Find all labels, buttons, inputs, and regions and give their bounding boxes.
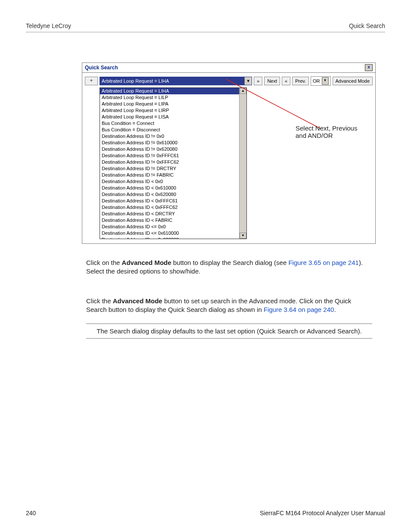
criteria-combobox[interactable]: Arbitrated Loop Request = LIHA ▼: [100, 77, 252, 85]
next-glyph-button[interactable]: »: [254, 77, 262, 85]
annotation-text: Select Next, Previous and AND/OR: [296, 124, 357, 139]
logic-operator-dropdown-icon[interactable]: ▼: [322, 77, 329, 85]
criteria-list-item[interactable]: Destination Address ID != FABRIC: [100, 172, 246, 178]
logic-operator-select[interactable]: OR ▼: [311, 76, 331, 86]
criteria-list-item[interactable]: Destination Address ID <= 0x610000: [100, 230, 246, 236]
criteria-list-item[interactable]: Destination Address ID < 0xFFFC61: [100, 198, 246, 204]
quick-search-toolbar: + Arbitrated Loop Request = LIHA ▼ » Nex…: [82, 73, 375, 87]
note-text: The Search dialog display defaults to th…: [97, 327, 361, 335]
advanced-mode-button[interactable]: Advanced Mode: [333, 77, 373, 85]
manual-title: SierraFC M164 Protocol Analyzer User Man…: [260, 510, 385, 516]
close-icon[interactable]: x: [365, 64, 373, 71]
criteria-list-item[interactable]: Destination Address ID != 0xFFFC62: [100, 159, 246, 165]
logic-operator-label: OR: [313, 78, 320, 84]
criteria-dropdown-list-wrap: Arbitrated Loop Request = LIHAArbitrated…: [100, 87, 373, 239]
quick-search-figure: Quick Search x + Arbitrated Loop Request…: [82, 62, 385, 244]
note-box: The Search dialog display defaults to th…: [86, 324, 372, 339]
criteria-list-item[interactable]: Destination Address ID <= 0x0: [100, 224, 246, 230]
criteria-list-item[interactable]: Arbitrated Loop Request = LILP: [100, 94, 246, 101]
page-number: 240: [26, 510, 36, 516]
criteria-list-item[interactable]: Destination Address ID <= 0x620080: [100, 236, 246, 239]
criteria-list-item[interactable]: Destination Address ID != DRCTRY: [100, 165, 246, 172]
add-criteria-button[interactable]: +: [85, 77, 98, 85]
list-scrollbar[interactable]: ▲ ▼: [239, 88, 246, 239]
quick-search-window: Quick Search x + Arbitrated Loop Request…: [82, 62, 376, 244]
next-button[interactable]: Next: [264, 77, 280, 85]
figure-365-link[interactable]: Figure 3.65 on page 241: [288, 259, 358, 266]
criteria-selected-text: Arbitrated Loop Request = LIHA: [100, 78, 244, 84]
advanced-mode-label: Advanced Mode: [122, 259, 171, 266]
header-left: Teledyne LeCroy: [26, 22, 71, 29]
combo-dropdown-icon[interactable]: ▼: [244, 77, 252, 85]
paragraph-advanced-mode-setup: Click the Advanced Mode button to set up…: [86, 297, 372, 314]
scroll-down-icon[interactable]: ▼: [240, 233, 246, 239]
criteria-list-item[interactable]: Destination Address ID != 0x620080: [100, 146, 246, 152]
criteria-list-item[interactable]: Destination Address ID != 0x0: [100, 133, 246, 140]
criteria-list-item[interactable]: Destination Address ID != 0x610000: [100, 140, 246, 146]
header-right: Quick Search: [349, 22, 385, 29]
criteria-list-item[interactable]: Arbitrated Loop Request = LIHA: [100, 88, 246, 94]
criteria-list-item[interactable]: Bus Condition = Disconnect: [100, 127, 246, 133]
criteria-list-item[interactable]: Destination Address ID < DRCTRY: [100, 211, 246, 217]
paragraph-advanced-mode-dialog: Click on the Advanced Mode button to dis…: [86, 258, 372, 276]
annotation-line2: and AND/OR: [296, 132, 357, 139]
annotation-line1: Select Next, Previous: [296, 124, 357, 132]
criteria-list-item[interactable]: Destination Address ID < 0x620080: [100, 191, 246, 198]
prev-button[interactable]: Prev.: [292, 77, 309, 85]
figure-364-link[interactable]: Figure 3.64 on page 240: [264, 306, 334, 313]
criteria-list-item[interactable]: Destination Address ID < 0xFFFC62: [100, 204, 246, 211]
advanced-mode-label-2: Advanced Mode: [113, 297, 162, 305]
criteria-list-item[interactable]: Destination Address ID < 0x610000: [100, 185, 246, 191]
criteria-list-item[interactable]: Destination Address ID < FABRIC: [100, 217, 246, 224]
criteria-list-item[interactable]: Arbitrated Loop Request = LISA: [100, 114, 246, 120]
prev-glyph-button[interactable]: «: [282, 77, 290, 85]
criteria-list-item[interactable]: Bus Condition = Connect: [100, 120, 246, 127]
quick-search-title: Quick Search: [85, 65, 118, 71]
criteria-dropdown-list[interactable]: Arbitrated Loop Request = LIHAArbitrated…: [100, 87, 247, 239]
scroll-up-icon[interactable]: ▲: [240, 88, 246, 94]
criteria-list-item[interactable]: Destination Address ID < 0x0: [100, 178, 246, 185]
criteria-list-item[interactable]: Destination Address ID != 0xFFFC61: [100, 152, 246, 159]
criteria-list-item[interactable]: Arbitrated Loop Request = LIRP: [100, 107, 246, 114]
criteria-list-item[interactable]: Arbitrated Loop Request = LIPA: [100, 101, 246, 107]
quick-search-titlebar: Quick Search x: [82, 63, 375, 73]
